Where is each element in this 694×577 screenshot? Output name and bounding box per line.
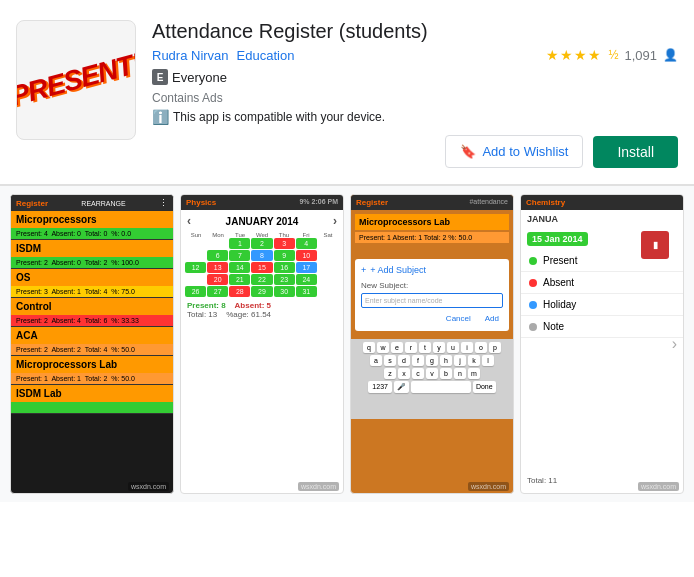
kb-u[interactable]: u [447,342,459,353]
cal-cell-23[interactable]: 23 [274,274,295,285]
kb-l[interactable]: l [482,355,494,366]
cal-cell-7[interactable]: 7 [229,250,250,261]
wishlist-button[interactable]: 🔖 Add to Wishlist [445,135,583,168]
kb-done[interactable]: Done [473,381,496,393]
month-item-holiday[interactable]: Holiday [521,294,683,316]
kb-e[interactable]: e [391,342,403,353]
subject-name-7: ISDM Lab [11,385,173,402]
cal-cell-12[interactable]: 12 [185,262,206,273]
month-item-absent[interactable]: Absent [521,272,683,294]
cal-absent: Absent: 5 [235,301,271,310]
chevron-right-icon[interactable]: › [672,335,677,353]
cal-cell-6[interactable]: 6 [207,250,228,261]
kb-k[interactable]: k [468,355,480,366]
cal-cell-21[interactable]: 21 [229,274,250,285]
kb-m[interactable]: m [468,368,480,379]
cal-summary: Present: 8 Absent: 5 Total: 13 %age: 61.… [181,297,343,323]
cal-cell-24[interactable]: 24 [296,274,317,285]
screenshot-4: Chemistry JANUA ▮ 15 Jan 2014 Present Ab… [520,194,684,494]
kb-t[interactable]: t [419,342,431,353]
cal-cell-20[interactable]: 20 [207,274,228,285]
kb-d[interactable]: d [398,355,410,366]
new-subject-input-display[interactable]: Enter subject name/code [361,293,503,308]
cal-pct: %age: 61.54 [226,310,271,319]
subject-name-4: Control [11,298,173,315]
subject-aca: ACA Present: 2 Absent: 2 Total: 4 %: 50.… [11,327,173,356]
add-button[interactable]: Add [481,312,503,325]
install-button[interactable]: Install [593,136,678,168]
cal-cell-17[interactable]: 17 [296,262,317,273]
subject-stats-2: Present: 2 Absent: 0 Total: 2 %: 100.0 [11,257,173,268]
subject-isdmlab: ISDM Lab [11,385,173,414]
action-buttons: 🔖 Add to Wishlist Install [152,135,678,168]
cal-cell-8[interactable]: 8 [251,250,272,261]
kb-h[interactable]: h [440,355,452,366]
kb-c[interactable]: c [412,368,424,379]
ss1-header: Register REARRANGE ⋮ [11,195,173,211]
kb-x[interactable]: x [398,368,410,379]
cancel-button[interactable]: Cancel [442,312,475,325]
kb-a[interactable]: a [370,355,382,366]
cal-cell-30[interactable]: 30 [274,286,295,297]
category-link[interactable]: Education [237,48,295,63]
kb-w[interactable]: w [377,342,389,353]
kb-p[interactable]: p [489,342,501,353]
screenshot-2: Physics 9% 2:06 PM ‹ JANUARY 2014 › Sun … [180,194,344,494]
cal-prev[interactable]: ‹ [187,214,191,228]
compatible-row: ℹ️ This app is compatible with your devi… [152,109,678,125]
subject-os: OS Present: 3 Absent: 1 Total: 4 %: 75.0 [11,269,173,298]
cal-cell-15[interactable]: 15 [251,262,272,273]
contains-ads: Contains Ads [152,91,678,105]
kb-s[interactable]: s [384,355,396,366]
kb-j[interactable]: j [454,355,466,366]
cal-cell-26[interactable]: 26 [185,286,206,297]
kb-b[interactable]: b [440,368,452,379]
cal-cell-2[interactable]: 2 [251,238,272,249]
note-label: Note [543,321,564,332]
subject-stats-4: Present: 2 Absent: 4 Total: 6 %: 33.33 [11,315,173,326]
kb-n[interactable]: n [454,368,466,379]
developer-link[interactable]: Rudra Nirvan [152,48,229,63]
kb-i[interactable]: i [461,342,473,353]
cal-cell-14[interactable]: 14 [229,262,250,273]
cal-red-block: ▮ [641,231,669,259]
kb-z[interactable]: z [384,368,396,379]
app-info: Attendance Register (students) Rudra Nir… [152,20,678,168]
ss4-header: Chemistry [521,195,683,210]
cal-cell-16[interactable]: 16 [274,262,295,273]
kb-q[interactable]: q [363,342,375,353]
present-label: Present [543,255,577,266]
kb-y[interactable]: y [433,342,445,353]
cal-cell-1[interactable]: 1 [229,238,250,249]
cal-cell-27[interactable]: 27 [207,286,228,297]
cal-cell-10[interactable]: 10 [296,250,317,261]
holiday-label: Holiday [543,299,576,310]
ss2-title: Physics [186,198,216,207]
kb-mic[interactable]: 🎤 [394,381,409,393]
cal-cell-3[interactable]: 3 [274,238,295,249]
kb-space[interactable] [411,381,471,393]
ss2-status: 9% 2:06 PM [299,198,338,205]
watermark-4: wsxdn.com [638,482,679,491]
kb-v[interactable]: v [426,368,438,379]
cal-cell-31[interactable]: 31 [296,286,317,297]
cal-cell-28[interactable]: 28 [229,286,250,297]
cal-cell [318,262,339,273]
date-highlight: 15 Jan 2014 [527,232,588,246]
subject-stats-6: Present: 1 Absent: 1 Total: 2 %: 50.0 [11,373,173,384]
cal-next[interactable]: › [333,214,337,228]
kb-o[interactable]: o [475,342,487,353]
kb-g[interactable]: g [426,355,438,366]
cal-cell-13[interactable]: 13 [207,262,228,273]
cal-cell-4[interactable]: 4 [296,238,317,249]
kb-r[interactable]: r [405,342,417,353]
watermark-1: wsxdn.com [128,482,169,491]
month-item-note[interactable]: Note [521,316,683,338]
present-text: PRESENT! [16,48,136,112]
kb-f[interactable]: f [412,355,424,366]
user-icon: 👤 [663,48,678,62]
kb-123[interactable]: 1237 [368,381,392,393]
cal-cell-29[interactable]: 29 [251,286,272,297]
cal-cell-22[interactable]: 22 [251,274,272,285]
cal-cell-9[interactable]: 9 [274,250,295,261]
